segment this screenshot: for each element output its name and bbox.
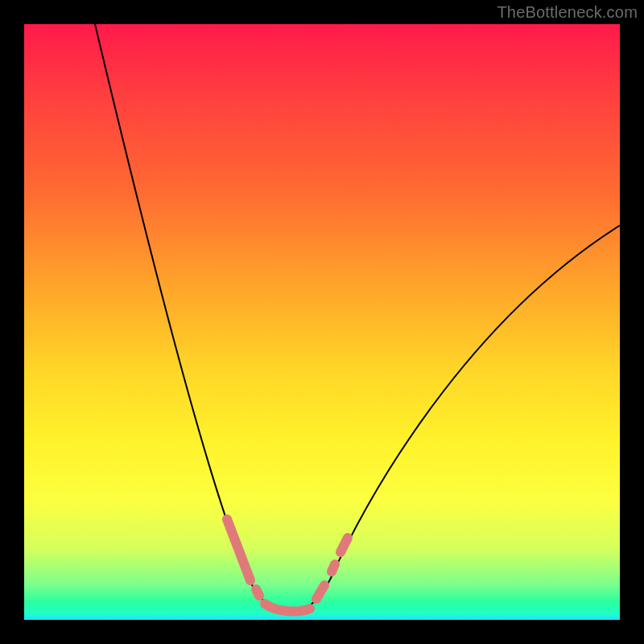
- marker-left-upper: [227, 519, 250, 580]
- main-curve: [95, 24, 620, 612]
- marker-bottom-flat: [265, 604, 310, 611]
- marker-right-upper: [341, 538, 348, 552]
- marker-left-dot: [256, 589, 259, 596]
- marker-right-dot: [332, 564, 335, 572]
- curve-layer: [24, 24, 620, 620]
- chart-stage: TheBottleneck.com: [0, 0, 644, 644]
- watermark-text: TheBottleneck.com: [497, 3, 638, 22]
- marker-right-lower: [316, 585, 324, 599]
